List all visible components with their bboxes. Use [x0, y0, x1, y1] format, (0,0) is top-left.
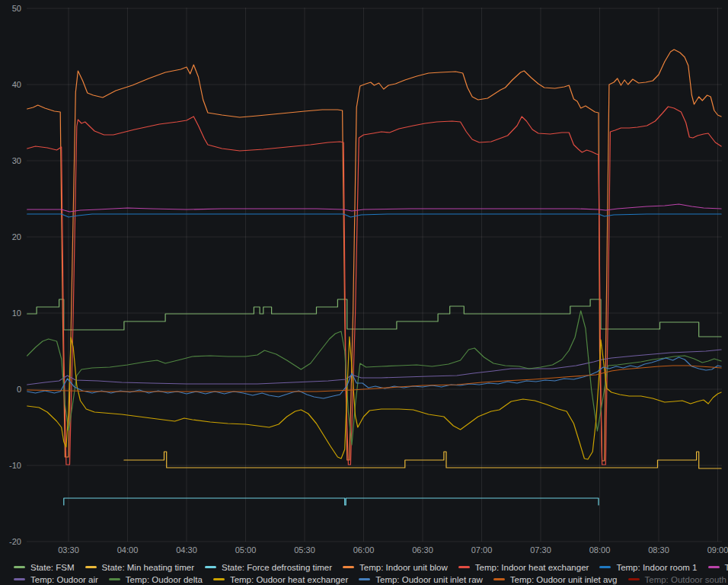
series-line-temp-indoor-room-2 — [27, 204, 721, 212]
legend-swatch — [359, 578, 370, 580]
x-axis-tick-label: 08:00 — [583, 545, 617, 555]
y-axis-tick-label: 10 — [0, 308, 21, 318]
legend-row-2: Temp: Oudoor airTemp: Oudoor deltaTemp: … — [14, 574, 722, 585]
series-line-temp-indoor-unit-blow — [27, 50, 721, 461]
series-line-temp-oudoor-unit-inlet-avg — [27, 366, 721, 392]
legend-item-state-fsm[interactable]: State: FSM — [14, 563, 75, 572]
legend-item-temp-oudoor-unit-inlet-avg[interactable]: Temp: Oudoor unit inlet avg — [493, 575, 618, 584]
y-axis-tick-label: 40 — [0, 79, 21, 90]
legend-swatch — [708, 566, 720, 568]
legend-swatch — [628, 578, 640, 580]
legend-swatch — [109, 578, 120, 580]
y-axis-tick-label: -20 — [0, 536, 21, 547]
x-axis-tick-label: 07:30 — [524, 545, 557, 555]
legend-item-temp-indoor-heat-exchanger[interactable]: Temp: Indoor heat exchanger — [458, 563, 589, 572]
legend: State: FSMState: Min heating timerState:… — [14, 561, 722, 585]
legend-label: Temp: Oudoor delta — [126, 575, 203, 584]
legend-item-temp-oudoor-unit-inlet-raw[interactable]: Temp: Oudoor unit inlet raw — [359, 575, 483, 584]
legend-label: Temp: Oudoor air — [30, 575, 98, 584]
y-axis-tick-label: -10 — [0, 460, 21, 471]
x-axis-tick-label: 04:30 — [170, 545, 203, 555]
series-line-state-fsm — [27, 299, 721, 337]
grid-lines — [27, 8, 722, 542]
legend-swatch — [14, 578, 25, 580]
y-axis-tick-label: 0 — [0, 384, 21, 395]
legend-row-1: State: FSMState: Min heating timerState:… — [14, 561, 722, 573]
legend-label: Temp: Indoor room 1 — [616, 563, 697, 572]
series-line-temp-oudoor-heat-exchanger — [27, 337, 721, 459]
x-axis-tick-label: 06:00 — [347, 545, 381, 555]
x-axis-tick-label: 05:00 — [229, 545, 263, 555]
legend-swatch — [599, 566, 611, 568]
x-axis-tick-label: 05:30 — [288, 545, 321, 555]
graph-panel: 50403020100-10-20 03:3004:0004:3005:0005… — [0, 0, 728, 585]
series-line-state-force-defrosting-timer — [64, 498, 599, 505]
legend-label: Temp: Outdoor south — [645, 575, 726, 584]
y-axis-tick-label: 30 — [0, 155, 21, 166]
legend-item-temp-indoor-room-1[interactable]: Temp: Indoor room 1 — [599, 563, 697, 572]
legend-label: Temp: Oudoor unit inlet raw — [375, 575, 483, 584]
legend-item-temp-outdoor-south[interactable]: Temp: Outdoor south — [628, 575, 726, 584]
y-axis-tick-label: 50 — [0, 3, 21, 14]
legend-swatch — [343, 566, 354, 568]
x-axis-tick-label: 07:00 — [465, 545, 499, 555]
legend-swatch — [493, 578, 505, 580]
legend-swatch — [85, 566, 97, 568]
legend-swatch — [205, 566, 216, 568]
x-axis-tick-label: 09:00 — [701, 545, 728, 555]
graph-canvas[interactable] — [0, 0, 728, 559]
legend-item-state-force-defrosting-timer[interactable]: State: Force defrosting timer — [205, 563, 332, 572]
y-axis-tick-label: 20 — [0, 232, 21, 242]
legend-item-temp-indoor-unit-blow[interactable]: Temp: Indoor unit blow — [343, 563, 448, 572]
x-axis-tick-label: 03:30 — [52, 545, 85, 555]
legend-label: State: FSM — [30, 563, 75, 572]
legend-label: Temp: Oudoor heat exchanger — [230, 575, 348, 584]
legend-item-temp-oudoor-delta[interactable]: Temp: Oudoor delta — [109, 575, 203, 584]
legend-item-temp-indoor-room-2[interactable]: Temp: Indoor room 2 — [708, 563, 728, 572]
series-line-temp-indoor-room-1 — [27, 214, 721, 217]
x-axis-tick-label: 08:30 — [642, 545, 675, 555]
legend-item-temp-oudoor-air[interactable]: Temp: Oudoor air — [14, 575, 98, 584]
legend-label: State: Min heating timer — [102, 563, 194, 572]
legend-item-temp-oudoor-heat-exchanger[interactable]: Temp: Oudoor heat exchanger — [213, 575, 348, 584]
legend-label: Temp: Indoor room 2 — [725, 563, 728, 572]
legend-item-state-min-heating-timer[interactable]: State: Min heating timer — [85, 563, 194, 572]
legend-swatch — [213, 578, 225, 580]
x-axis-tick-label: 06:30 — [406, 545, 439, 555]
legend-label: Temp: Indoor heat exchanger — [475, 563, 589, 572]
legend-label: State: Force defrosting timer — [222, 563, 332, 572]
legend-swatch — [14, 566, 25, 568]
x-axis-tick-label: 04:00 — [111, 545, 145, 555]
legend-label: Temp: Indoor unit blow — [359, 563, 448, 572]
legend-swatch — [458, 566, 470, 568]
legend-label: Temp: Oudoor unit inlet avg — [510, 575, 618, 584]
